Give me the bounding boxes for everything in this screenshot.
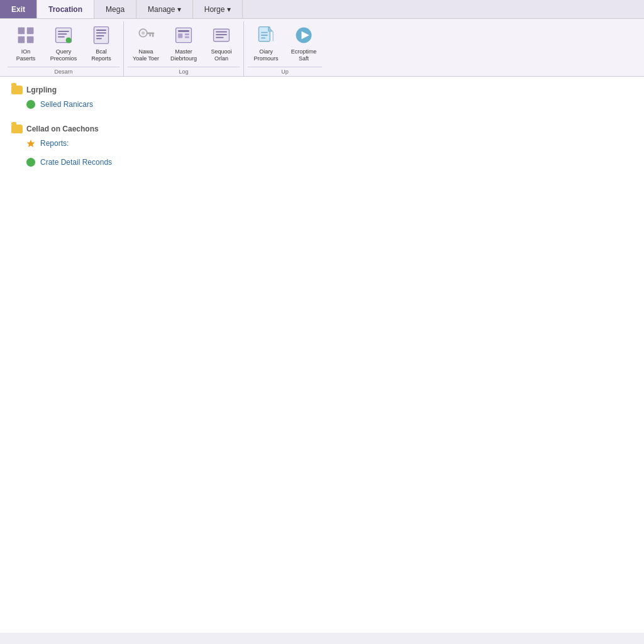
list-item-selled-ranicars[interactable]: Selled Ranicars <box>11 98 633 111</box>
tab-manage[interactable]: Manage ▾ <box>136 0 193 18</box>
svg-rect-16 <box>147 33 154 35</box>
ribbon-btn-label-nawa-yoale-toer: Nawa Yoale Toer <box>131 48 160 62</box>
list-item-crate-detail-reconds[interactable]: Crate Detail Reconds <box>11 156 633 169</box>
svg-rect-30 <box>261 32 268 33</box>
ribbon-group-up: Oiary Promours Ecroptime Saft Up <box>244 21 326 76</box>
ribbon-group-log: Nawa Yoale Toer Master Diebrtourg <box>124 21 244 76</box>
svg-rect-32 <box>261 38 265 39</box>
svg-point-8 <box>66 38 72 43</box>
ribbon-buttons-desarn: IOn Paserts Query Precomios <box>8 21 119 65</box>
spacer-2 <box>11 150 633 156</box>
ribbon-btn-ecroptime-saft[interactable]: Ecroptime Saft <box>286 21 322 65</box>
item-label-selled-ranicars: Selled Ranicars <box>40 100 93 109</box>
svg-rect-26 <box>216 34 227 35</box>
section-header-lgrpling: Lgrpling <box>11 86 633 94</box>
svg-rect-27 <box>216 37 223 38</box>
svg-rect-5 <box>58 31 69 32</box>
svg-rect-13 <box>96 38 102 39</box>
ribbon-group-desarn: IOn Paserts Query Precomios <box>4 21 124 76</box>
svg-rect-29 <box>273 31 274 42</box>
spacer-1 <box>11 111 633 117</box>
folder-icon-cellad-on-caechons <box>11 125 23 133</box>
tab-mega[interactable]: Mega <box>94 0 136 18</box>
ribbon-btn-ion-paserts[interactable]: IOn Paserts <box>8 21 44 65</box>
svg-rect-18 <box>149 34 151 36</box>
svg-rect-11 <box>96 33 106 34</box>
item-label-crate-detail-reconds: Crate Detail Reconds <box>40 158 112 167</box>
key-icon <box>135 24 157 47</box>
folder-icon-lgrpling <box>11 86 23 94</box>
ribbon-btn-label-query-precomios: Query Precomios <box>49 48 78 62</box>
green-dot-icon-selled-ranicars <box>26 100 35 109</box>
query-icon <box>52 24 75 47</box>
sequence-icon <box>210 24 233 47</box>
section-label-lgrpling: Lgrpling <box>26 86 57 94</box>
ribbon-btn-label-master-diebrtourg: Master Diebrtourg <box>169 48 198 62</box>
ribbon-btn-sequooi-orlan[interactable]: Sequooi Orlan <box>203 21 240 65</box>
ribbon-btn-master-diebrtourg[interactable]: Master Diebrtourg <box>165 21 202 65</box>
svg-point-15 <box>142 31 145 35</box>
grid-icon <box>14 24 37 47</box>
main-content: Lgrpling Selled Ranicars Cellad on Caech… <box>0 77 644 633</box>
svg-marker-35 <box>27 140 35 147</box>
section-header-cellad-on-caechons: Cellad on Caechons <box>11 125 633 133</box>
ribbon-btn-nawa-yoale-toer[interactable]: Nawa Yoale Toer <box>128 21 164 65</box>
ribbon-btn-label-bcal-reports: Bcal Reports <box>87 48 116 62</box>
svg-rect-7 <box>58 36 65 38</box>
svg-rect-12 <box>96 35 104 36</box>
green-dot-icon-crate-detail-reconds <box>26 158 35 167</box>
ribbon-buttons-up: Oiary Promours Ecroptime Saft <box>248 21 322 65</box>
svg-rect-25 <box>216 31 227 33</box>
ribbon-btn-query-precomios[interactable]: Query Precomios <box>45 21 82 65</box>
ribbon-btn-oiary-promours[interactable]: Oiary Promours <box>248 21 284 65</box>
svg-rect-23 <box>185 36 189 38</box>
svg-rect-10 <box>96 30 106 31</box>
ribbon-btn-label-ecroptime-saft: Ecroptime Saft <box>289 48 318 62</box>
svg-rect-0 <box>18 28 25 35</box>
ribbon: IOn Paserts Query Precomios <box>0 19 644 77</box>
svg-rect-2 <box>18 36 25 43</box>
svg-rect-22 <box>185 33 189 35</box>
ribbon-buttons-log: Nawa Yoale Toer Master Diebrtourg <box>128 21 240 65</box>
svg-rect-21 <box>178 33 182 38</box>
tab-trocation[interactable]: Trocation <box>37 0 94 18</box>
tab-horge[interactable]: Horge ▾ <box>193 0 243 18</box>
item-label-reports: Reports: <box>40 139 69 148</box>
ribbon-btn-label-ion-paserts: IOn Paserts <box>11 48 40 62</box>
svg-rect-3 <box>27 36 34 43</box>
play-icon <box>292 24 315 47</box>
document-icon <box>255 24 277 47</box>
svg-rect-1 <box>27 28 34 35</box>
ribbon-group-label-log: Log <box>128 67 240 75</box>
list-item-reports[interactable]: Reports: <box>11 137 633 150</box>
ribbon-btn-bcal-reports[interactable]: Bcal Reports <box>83 21 119 65</box>
section-label-cellad-on-caechons: Cellad on Caechons <box>26 125 99 133</box>
gold-star-icon-reports <box>26 139 35 148</box>
svg-rect-31 <box>261 35 268 36</box>
ribbon-btn-label-oiary-promours: Oiary Promours <box>252 48 280 62</box>
title-bar: Exit Trocation Mega Manage ▾ Horge ▾ <box>0 0 644 19</box>
report-icon <box>90 24 113 47</box>
ribbon-btn-label-sequooi-orlan: Sequooi Orlan <box>207 48 236 62</box>
ribbon-group-label-desarn: Desarn <box>8 67 119 75</box>
ribbon-group-label-up: Up <box>248 67 322 75</box>
svg-rect-20 <box>178 30 189 32</box>
svg-rect-6 <box>58 33 67 35</box>
tab-exit[interactable]: Exit <box>0 0 37 18</box>
master-icon <box>172 24 195 47</box>
svg-rect-17 <box>152 34 154 36</box>
